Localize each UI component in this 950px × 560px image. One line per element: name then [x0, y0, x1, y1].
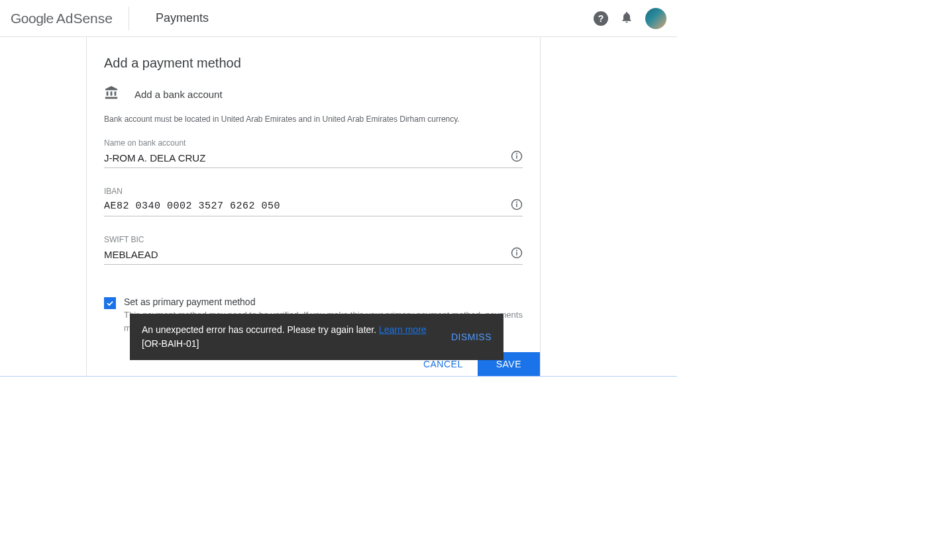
- dismiss-button[interactable]: DISMISS: [438, 332, 492, 342]
- app-header: Google AdSense Payments ?: [0, 0, 677, 37]
- field-name: Name on bank account: [104, 138, 523, 168]
- notifications-icon[interactable]: [620, 11, 633, 26]
- field-name-label: Name on bank account: [104, 138, 523, 148]
- info-icon[interactable]: [511, 199, 523, 213]
- content-area: Add a payment method Add a bank account …: [0, 37, 677, 377]
- field-iban: IBAN: [104, 187, 523, 216]
- primary-checkbox-label: Set as primary payment method: [124, 297, 523, 307]
- logo[interactable]: Google AdSense: [11, 7, 129, 30]
- logo-adsense: AdSense: [56, 11, 113, 26]
- error-toast: An unexpected error has occurred. Please…: [130, 314, 503, 360]
- logo-google: Google: [11, 11, 54, 26]
- field-swift: SWIFT BIC: [104, 235, 523, 265]
- subtitle-text: Add a bank account: [134, 89, 223, 100]
- swift-input[interactable]: [104, 248, 511, 261]
- info-icon[interactable]: [511, 150, 523, 165]
- field-swift-label: SWIFT BIC: [104, 235, 523, 244]
- svg-point-2: [517, 154, 517, 154]
- svg-point-5: [517, 202, 517, 203]
- toast-error-code: [OR-BAIH-01]: [142, 337, 438, 351]
- page-title: Payments: [156, 11, 209, 25]
- svg-point-8: [517, 250, 517, 251]
- card-title: Add a payment method: [104, 56, 523, 71]
- info-icon[interactable]: [511, 247, 523, 261]
- learn-more-link[interactable]: Learn more: [379, 324, 427, 335]
- field-iban-label: IBAN: [104, 187, 523, 196]
- primary-checkbox[interactable]: [104, 297, 116, 309]
- iban-input[interactable]: [104, 199, 511, 213]
- name-input[interactable]: [104, 151, 511, 165]
- bank-icon: [104, 85, 119, 103]
- requirement-note: Bank account must be located in United A…: [104, 115, 523, 124]
- help-icon[interactable]: ?: [594, 11, 608, 26]
- subtitle-row: Add a bank account: [104, 85, 523, 103]
- header-actions: ?: [594, 8, 666, 29]
- toast-text: An unexpected error has occurred. Please…: [142, 324, 379, 335]
- toast-message: An unexpected error has occurred. Please…: [142, 323, 438, 351]
- avatar[interactable]: [645, 8, 666, 29]
